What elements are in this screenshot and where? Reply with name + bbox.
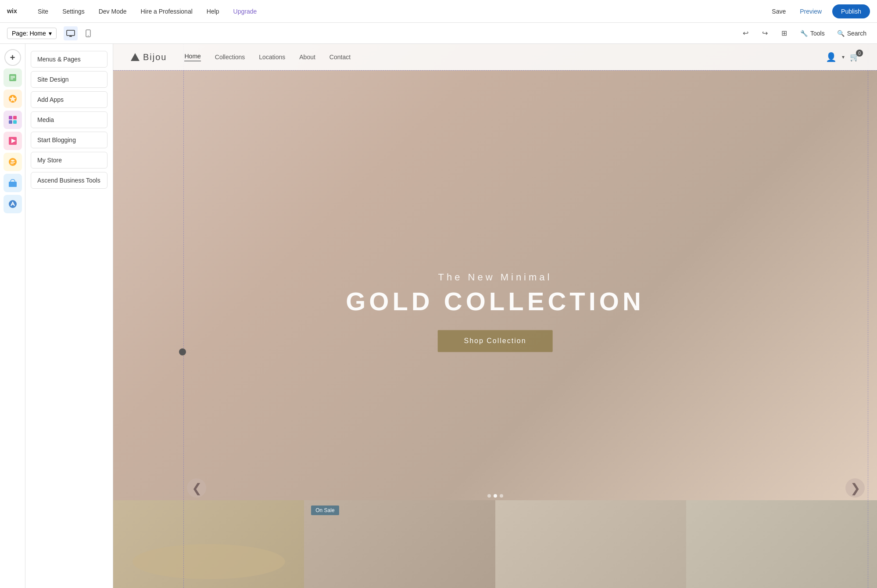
media-btn[interactable]: Media <box>31 111 107 128</box>
tools-button[interactable]: 🔧 Tools <box>797 28 828 39</box>
page-name: Page: Home <box>12 30 46 37</box>
product-card-1 <box>113 500 304 588</box>
shop-collection-button[interactable]: Shop Collection <box>437 330 552 352</box>
cart-count-badge: 0 <box>856 50 863 57</box>
my-store-btn[interactable]: My Store <box>31 152 107 169</box>
site-nav-contact[interactable]: Contact <box>329 54 351 61</box>
sidebar-store-btn[interactable] <box>4 174 22 192</box>
pagination-dot[interactable] <box>487 494 491 498</box>
nav-site[interactable]: Site <box>35 6 51 17</box>
product-card-2: On Sale <box>304 500 495 588</box>
site-design-btn[interactable]: Site Design <box>31 71 107 88</box>
product-card-3 <box>495 500 686 588</box>
search-button[interactable]: 🔍 Search <box>834 28 870 39</box>
svg-rect-22 <box>9 200 17 208</box>
menus-pages-btn[interactable]: Menus & Pages <box>31 51 107 68</box>
nav-hire[interactable]: Hire a Professional <box>138 6 195 17</box>
sidebar-blog-btn[interactable] <box>4 153 22 171</box>
sidebar-pages-btn[interactable] <box>4 68 22 87</box>
svg-text:wix: wix <box>7 7 17 14</box>
search-label: Search <box>847 30 866 37</box>
nav-upgrade[interactable]: Upgrade <box>231 6 260 17</box>
publish-button[interactable]: Publish <box>832 4 870 18</box>
site-nav-collections[interactable]: Collections <box>215 54 245 61</box>
mobile-device-btn[interactable] <box>81 26 95 40</box>
tools-label: Tools <box>810 30 825 37</box>
undo-button[interactable]: ↩ <box>739 26 753 40</box>
chevron-down-icon[interactable]: ▾ <box>842 54 845 60</box>
svg-rect-21 <box>9 182 17 187</box>
product-card-4 <box>686 500 877 588</box>
site-nav-home[interactable]: Home <box>184 53 200 61</box>
add-apps-btn[interactable]: Add Apps <box>31 91 107 108</box>
svg-rect-14 <box>9 120 12 124</box>
site-nav: Home Collections Locations About Contact <box>184 53 826 61</box>
sidebar-media-btn[interactable] <box>4 132 22 150</box>
nav-devmode[interactable]: Dev Mode <box>96 6 129 17</box>
site-header: Bijou Home Collections Locations About C… <box>113 44 877 70</box>
main-layout: + <box>0 44 877 588</box>
drag-handle[interactable] <box>179 348 186 355</box>
pagination-dot-active[interactable] <box>494 494 497 498</box>
cart-icon[interactable]: 🛒 0 <box>850 52 859 62</box>
top-bar: wix Site Settings Dev Mode Hire a Profes… <box>0 0 877 23</box>
tools-icon: 🔧 <box>800 30 808 37</box>
nav-settings[interactable]: Settings <box>60 6 87 17</box>
grid-line-right <box>868 44 868 588</box>
pagination-dots <box>487 494 503 498</box>
hero-title: GOLD COLLECTION <box>346 287 644 316</box>
svg-rect-1 <box>67 30 75 36</box>
pagination-dot[interactable] <box>500 494 503 498</box>
svg-rect-15 <box>13 120 17 124</box>
site-nav-locations[interactable]: Locations <box>259 54 285 61</box>
nav-help[interactable]: Help <box>204 6 222 17</box>
desktop-device-btn[interactable] <box>64 26 78 40</box>
logo-text: Bijou <box>143 52 167 62</box>
wix-logo: wix <box>7 7 23 16</box>
panel: Menus & Pages Site Design Add Apps Media… <box>25 44 113 588</box>
redo-button[interactable]: ↪ <box>758 26 772 40</box>
add-button[interactable]: + <box>4 49 21 66</box>
page-bar-actions: ↩ ↪ ⊞ 🔧 Tools 🔍 Search <box>739 26 870 40</box>
hero-content: The New Minimal GOLD COLLECTION Shop Col… <box>346 272 644 352</box>
start-blogging-btn[interactable]: Start Blogging <box>31 132 107 148</box>
prev-arrow-button[interactable]: ❮ <box>187 478 206 498</box>
page-bar: Page: Home ▾ ↩ ↪ ⊞ 🔧 Tools 🔍 Search <box>0 23 877 44</box>
svg-rect-12 <box>9 116 12 119</box>
site-header-right: 👤 ▾ 🛒 0 <box>826 52 859 62</box>
logo-triangle-icon <box>131 53 140 61</box>
sidebar-ascend-btn[interactable] <box>4 195 22 213</box>
sidebar-icons: + <box>0 44 25 588</box>
top-bar-right: Save Preview Publish <box>768 4 870 18</box>
next-arrow-button[interactable]: ❯ <box>845 478 865 498</box>
ascend-tools-btn[interactable]: Ascend Business Tools <box>31 172 107 189</box>
product-grid: On Sale <box>113 500 877 588</box>
canvas-background: Bijou Home Collections Locations About C… <box>113 44 877 588</box>
grid-line-left <box>183 44 184 588</box>
svg-point-5 <box>88 35 89 36</box>
on-sale-badge: On Sale <box>311 506 339 515</box>
chevron-down-icon: ▾ <box>49 30 52 37</box>
zoom-button[interactable]: ⊞ <box>777 26 791 40</box>
sidebar-design-btn[interactable] <box>4 90 22 108</box>
search-icon: 🔍 <box>837 30 845 37</box>
save-button[interactable]: Save <box>768 6 789 17</box>
grid-line-top <box>113 70 877 71</box>
page-selector[interactable]: Page: Home ▾ <box>7 28 57 39</box>
user-icon[interactable]: 👤 <box>826 52 837 62</box>
svg-point-18 <box>9 158 17 166</box>
canvas: Bijou Home Collections Locations About C… <box>113 44 877 588</box>
top-bar-left: wix Site Settings Dev Mode Hire a Profes… <box>7 6 768 17</box>
site-logo: Bijou <box>131 52 167 62</box>
svg-rect-13 <box>13 116 17 119</box>
preview-button[interactable]: Preview <box>796 6 825 17</box>
site-nav-about[interactable]: About <box>299 54 315 61</box>
sidebar-apps-btn[interactable] <box>4 111 22 129</box>
hero-subtitle: The New Minimal <box>346 272 644 283</box>
device-icons <box>64 26 95 40</box>
